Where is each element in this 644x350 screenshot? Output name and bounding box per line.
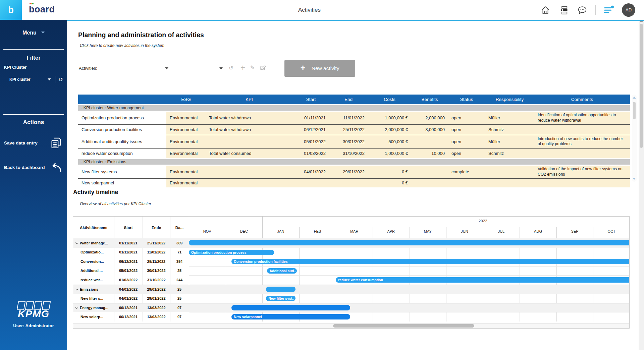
- cell-responsibility[interactable]: Schmitz: [485, 124, 534, 135]
- chevron-down-icon[interactable]: [75, 241, 78, 244]
- gantt-grid-row[interactable]: Additional ...05/01/202230/01/202225: [73, 266, 189, 276]
- cell-start[interactable]: 04/01/2022: [293, 165, 329, 178]
- cell-name[interactable]: reduce water consumption: [78, 148, 166, 159]
- gantt-bar[interactable]: [189, 240, 630, 245]
- cell-responsibility[interactable]: Müller: [485, 135, 534, 148]
- user-avatar[interactable]: AD: [622, 3, 635, 17]
- cell-costs[interactable]: 0 €: [368, 165, 411, 178]
- gantt-grid-row[interactable]: New filter s...04/01/202229/01/202225: [73, 294, 189, 303]
- gantt-row-name[interactable]: reduce wat...: [73, 278, 114, 282]
- gantt-grid-row[interactable]: Energy manag...06/12/202113/03/202297: [73, 303, 189, 312]
- kpi-cluster-group-row[interactable]: - KPI cluster : Emissions: [78, 159, 630, 165]
- cell-name[interactable]: New filter systems: [78, 165, 166, 178]
- gantt-bar[interactable]: reduce water consumption: [336, 277, 630, 283]
- activities-dropdown-caret-icon[interactable]: [165, 67, 168, 69]
- cell-status[interactable]: [448, 178, 485, 187]
- sidebar-menu-button[interactable]: Menu: [0, 30, 67, 36]
- cell-benefits[interactable]: 2,000,000: [411, 111, 448, 124]
- cell-start[interactable]: 06/12/2021: [293, 124, 329, 135]
- kpi-cluster-dropdown[interactable]: KPI cluster ↺: [9, 75, 63, 83]
- cell-status[interactable]: open: [448, 148, 485, 159]
- cell-costs[interactable]: 0 €: [368, 178, 411, 187]
- cell-name[interactable]: Additional audits qualtity issues: [78, 135, 166, 148]
- cell-responsibility[interactable]: Müller: [485, 111, 534, 124]
- gantt-row-name[interactable]: Optimizatio...: [73, 250, 114, 254]
- gantt-row-name[interactable]: Energy manag...: [73, 306, 114, 310]
- gantt-bar[interactable]: New solarpannel: [231, 314, 350, 319]
- gantt-bar[interactable]: New filter syst..: [266, 296, 296, 301]
- cell-benefits[interactable]: [411, 135, 448, 148]
- cell-responsibility[interactable]: [485, 165, 534, 178]
- gantt-bar[interactable]: [231, 305, 350, 310]
- gantt-grid-row[interactable]: New solarp...06/12/202113/03/202297: [73, 312, 189, 322]
- cell-end[interactable]: 30/01/2022: [329, 135, 368, 148]
- gantt-row-name[interactable]: Emissions: [73, 287, 114, 291]
- cell-kpi[interactable]: [206, 135, 293, 148]
- cell-name[interactable]: Conversion production facilities: [78, 124, 166, 135]
- dropdown-caret-icon[interactable]: [48, 78, 51, 80]
- group-row-label[interactable]: - KPI cluster : Water management: [78, 105, 630, 111]
- table-scrollbar-thumb[interactable]: [633, 102, 636, 119]
- gantt-row-name[interactable]: Conversion...: [73, 259, 114, 264]
- cell-status[interactable]: open: [448, 111, 485, 124]
- add-icon[interactable]: +: [240, 64, 246, 71]
- scroll-up-icon[interactable]: [633, 97, 636, 99]
- secondary-dropdown-caret-icon[interactable]: [219, 67, 223, 69]
- cell-status[interactable]: complete: [448, 165, 485, 178]
- cell-kpi[interactable]: Total water withdrawn: [206, 124, 293, 135]
- cell-costs[interactable]: 500,000 €: [368, 135, 411, 148]
- cell-costs[interactable]: 1,000,000 €: [368, 111, 411, 124]
- chevron-down-icon[interactable]: [75, 288, 78, 290]
- scroll-down-icon[interactable]: [633, 178, 636, 180]
- cell-start[interactable]: [293, 178, 329, 187]
- cell-start[interactable]: 01/11/2021: [293, 111, 329, 124]
- table-scrollbar[interactable]: [632, 95, 637, 182]
- cell-status[interactable]: open: [448, 124, 485, 135]
- cell-start[interactable]: 05/01/2022: [293, 135, 329, 148]
- gantt-bar[interactable]: Optimization production process: [189, 250, 274, 255]
- cell-comments[interactable]: [534, 148, 630, 159]
- cell-esg[interactable]: Environmental: [166, 148, 206, 159]
- cell-kpi[interactable]: Total water consumed: [206, 148, 293, 159]
- cell-responsibility[interactable]: [485, 178, 534, 187]
- gantt-hscrollbar[interactable]: [73, 323, 629, 328]
- new-activity-button[interactable]: + New activity: [284, 60, 355, 77]
- gantt-grid-row[interactable]: Conversion...06/12/202125/11/2022354: [73, 257, 189, 266]
- gantt-grid-row[interactable]: reduce wat...01/03/202231/10/2022244: [73, 275, 189, 285]
- cell-benefits[interactable]: [411, 165, 448, 178]
- gantt-grid-row[interactable]: Water manage...01/11/202125/11/2022389: [73, 238, 189, 248]
- save-data-entry-action[interactable]: Save data entry: [4, 135, 63, 150]
- cell-kpi[interactable]: [206, 165, 293, 178]
- undo-icon[interactable]: ↺: [229, 65, 233, 71]
- gantt-hscrollbar-thumb[interactable]: [333, 324, 474, 328]
- group-row-label[interactable]: - KPI cluster : Emissions: [78, 159, 630, 165]
- gantt-grid-row[interactable]: Optimizatio...01/11/202111/01/202271: [73, 248, 189, 257]
- cell-comments[interactable]: Validation of the impact of new filter s…: [534, 165, 630, 178]
- main-subheading[interactable]: Click here to create new activities in t…: [80, 43, 164, 48]
- gantt-row-name[interactable]: New filter s...: [73, 296, 114, 300]
- cell-costs[interactable]: 1,000,000 €: [368, 148, 411, 159]
- cell-kpi[interactable]: Total water withdrawn: [206, 111, 293, 124]
- home-icon[interactable]: [540, 5, 551, 15]
- screens-icon[interactable]: [558, 5, 569, 15]
- cell-kpi[interactable]: [206, 178, 293, 187]
- cell-esg[interactable]: Environmental: [166, 165, 206, 178]
- sign-edit-icon[interactable]: [260, 65, 266, 72]
- cell-end[interactable]: 25/11/2022: [329, 124, 368, 135]
- cell-start[interactable]: 01/03/2022: [293, 148, 329, 159]
- cell-benefits[interactable]: [411, 178, 448, 187]
- cell-costs[interactable]: 2,000,000 €: [368, 124, 411, 135]
- cell-end[interactable]: 29/01/2022: [329, 165, 368, 178]
- gantt-bar[interactable]: Additional aud..: [267, 268, 297, 274]
- cell-comments[interactable]: Identification of optimisation opportuni…: [534, 111, 630, 124]
- cell-end[interactable]: [329, 178, 368, 187]
- cell-esg[interactable]: Environmental: [166, 124, 206, 135]
- gantt-row-name[interactable]: New solarp...: [73, 315, 114, 319]
- cell-esg[interactable]: Environmental: [166, 111, 206, 124]
- cell-comments[interactable]: [534, 178, 630, 187]
- cell-name[interactable]: Optimization production process: [78, 111, 166, 124]
- cell-comments[interactable]: [534, 124, 630, 135]
- gantt-bar[interactable]: Conversion production facilities: [231, 259, 630, 264]
- edit-pencil-icon[interactable]: ✎: [250, 64, 255, 71]
- cell-esg[interactable]: Environmental: [166, 178, 206, 187]
